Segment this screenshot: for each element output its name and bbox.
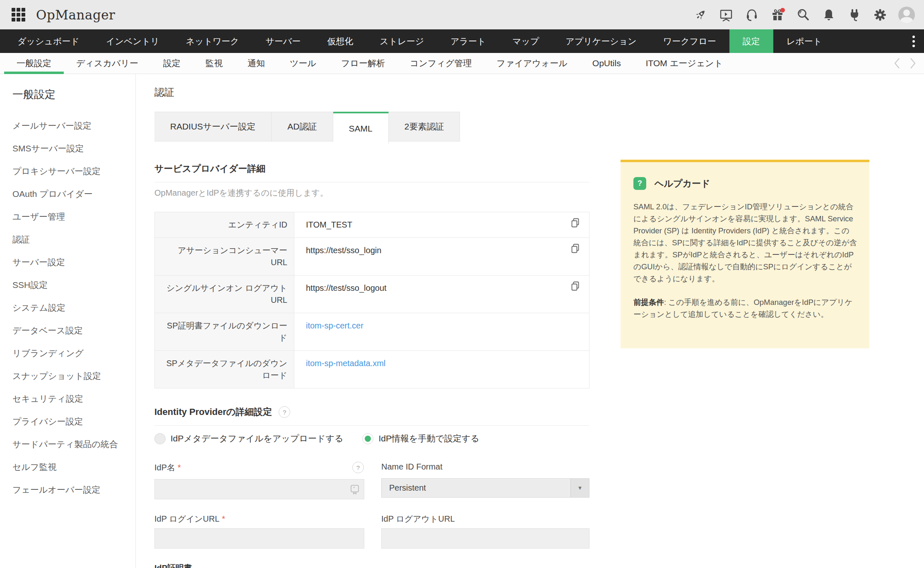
idp-login-url-input[interactable] (154, 528, 364, 549)
idp-name-help-icon[interactable]: ? (352, 462, 364, 473)
sp-section-subtitle: OpManagerとIdPを連携するのに使用します。 (154, 187, 328, 199)
subnav-item[interactable]: ファイアウォール (484, 53, 580, 74)
radio-icon[interactable] (362, 433, 373, 444)
sidebar-header: 一般設定 (12, 87, 135, 102)
row-value: itom-sp-cert.cer (294, 313, 589, 350)
idp-logout-url-label: IdP ログアウトURL (381, 513, 590, 525)
download-link[interactable]: itom-sp-cert.cer (306, 321, 363, 330)
subnav-item[interactable]: ツール (277, 53, 329, 74)
sidebar-item[interactable]: システム設定 (0, 296, 135, 319)
idp-login-url-label: IdP ログインURL* (154, 513, 364, 525)
radio-option[interactable]: IdPメタデータファイルをアップロードする (154, 433, 343, 444)
bell-icon[interactable] (821, 7, 836, 22)
sidebar-item[interactable]: データベース設定 (0, 319, 135, 342)
sidebar-item[interactable]: セルフ監視 (0, 455, 135, 478)
value-text: https://test/sso_login (306, 246, 381, 255)
sidebar-item[interactable]: プロキシサーバー設定 (0, 160, 135, 182)
tab[interactable]: RADIUSサーバー設定 (154, 112, 272, 141)
idp-mode-radios: IdPメタデータファイルをアップロードする IdP情報を手動で設定する (154, 433, 479, 444)
radio-label: IdPメタデータファイルをアップロードする (171, 433, 343, 444)
nav-item[interactable]: ストレージ (366, 29, 437, 53)
apps-grid-icon[interactable] (12, 8, 25, 22)
copy-icon[interactable] (570, 243, 581, 257)
nav-item[interactable]: マップ (499, 29, 552, 53)
chevron-left-icon[interactable] (893, 58, 901, 69)
subnav-item[interactable]: OpUtils (580, 53, 633, 74)
copy-icon[interactable] (570, 217, 581, 232)
idp-logout-url-input[interactable] (381, 528, 590, 549)
nav-item[interactable]: アラート (437, 29, 499, 53)
sidebar-item[interactable]: OAuth プロバイダー (0, 182, 135, 205)
more-menu-icon[interactable] (910, 33, 917, 50)
nav-item[interactable]: インベントリ (93, 29, 173, 53)
sidebar-item[interactable]: 認証 (0, 228, 135, 251)
plug-icon[interactable] (847, 7, 862, 22)
radio-option[interactable]: IdP情報を手動で設定する (362, 433, 479, 444)
idp-name-input[interactable]: * (154, 479, 364, 499)
nav-item[interactable]: 設定 (729, 29, 773, 53)
prereq-label: 前提条件 (633, 298, 664, 307)
name-id-format-label: Name ID Format (381, 462, 590, 472)
nav-item[interactable]: アプリケーション (552, 29, 650, 53)
gift-icon[interactable] (770, 7, 785, 22)
idp-name-label: IdP名* (154, 462, 364, 473)
user-avatar[interactable] (898, 7, 915, 23)
main-nav: ダッシュボード インベントリ ネットワーク サーバー 仮想化 ストレージ アラー… (0, 29, 924, 53)
sidebar-item[interactable]: リブランディング (0, 342, 135, 364)
download-link[interactable]: itom-sp-metadata.xml (306, 359, 385, 368)
subnav-item[interactable]: ディスカバリー (64, 53, 151, 74)
app-title: OpManager (36, 7, 115, 22)
certificate-badge-icon: * (349, 484, 360, 496)
rocket-icon[interactable] (693, 7, 708, 22)
subnav-item[interactable]: 監視 (193, 53, 235, 74)
sidebar-item[interactable]: サードパーティ製品の統合 (0, 433, 135, 455)
sidebar-item[interactable]: SSH設定 (0, 273, 135, 296)
sidebar-item[interactable]: フェールオーバー設定 (0, 478, 135, 501)
value-text: https://test/sso_logout (306, 283, 387, 292)
auth-tabs: RADIUSサーバー設定 AD認証 SAML 2要素認証 (154, 112, 460, 144)
row-value: https://test/sso_login (294, 238, 589, 275)
subnav-item[interactable]: 一般設定 (4, 53, 64, 74)
copy-icon[interactable] (570, 280, 581, 295)
nav-item[interactable]: サーバー (252, 29, 314, 53)
name-id-format-select[interactable]: Persistent ▼ (381, 478, 590, 498)
help-card-title: ヘルプカード (654, 177, 710, 190)
tab[interactable]: 2要素認証 (389, 112, 460, 141)
search-icon[interactable] (796, 7, 811, 22)
help-tooltip-icon[interactable]: ? (279, 406, 290, 418)
tab[interactable]: AD認証 (272, 112, 333, 141)
sidebar-item[interactable]: サーバー設定 (0, 251, 135, 273)
nav-item[interactable]: 仮想化 (314, 29, 366, 53)
subnav-item[interactable]: ITOM エージェント (633, 53, 735, 74)
divider (154, 425, 590, 426)
sidebar-item[interactable]: ユーザー管理 (0, 205, 135, 228)
subnav-item[interactable]: フロー解析 (329, 53, 397, 74)
sidebar-item[interactable]: セキュリティ設定 (0, 387, 135, 410)
nav-item[interactable]: ダッシュボード (4, 29, 93, 53)
subnav-item[interactable]: 通知 (235, 53, 277, 74)
nav-item[interactable]: ワークフロー (650, 29, 729, 53)
headset-icon[interactable] (744, 7, 759, 22)
help-card-prereq: 前提条件: この手順を進める前に、OpManagerをIdPにアプリケーションと… (633, 296, 857, 320)
sidebar-item[interactable]: SMSサーバー設定 (0, 137, 135, 160)
subnav-item[interactable]: コンフィグ管理 (397, 53, 484, 74)
sidebar-item[interactable]: スナップショット設定 (0, 364, 135, 387)
radio-icon[interactable] (154, 433, 166, 444)
settings-subnav: 一般設定 ディスカバリー 設定 監視 通知 ツール フロー解析 コンフィグ管理 … (0, 53, 924, 74)
sidebar-item[interactable]: プライバシー設定 (0, 410, 135, 433)
chevron-right-icon[interactable] (909, 58, 917, 69)
nav-item[interactable]: ネットワーク (173, 29, 252, 53)
dropdown-arrow-icon: ▼ (570, 479, 589, 497)
sidebar-item[interactable]: メールサーバー設定 (0, 114, 135, 137)
tab[interactable]: SAML (333, 112, 389, 144)
presentation-icon[interactable] (719, 7, 734, 22)
sp-details-table: エンティティID ITOM_TEST アサーションコンシューマー URL htt… (154, 212, 590, 388)
gear-icon[interactable] (873, 7, 888, 22)
row-label: SPメタデータファイルのダウンロード (155, 351, 294, 388)
table-row: アサーションコンシューマー URL https://test/sso_login (155, 238, 589, 276)
nav-item[interactable]: レポート (773, 29, 835, 53)
row-value: ITOM_TEST (294, 212, 589, 237)
page-title: 認証 (154, 86, 174, 99)
subnav-item[interactable]: 設定 (151, 53, 193, 74)
row-label: アサーションコンシューマー URL (155, 238, 294, 275)
